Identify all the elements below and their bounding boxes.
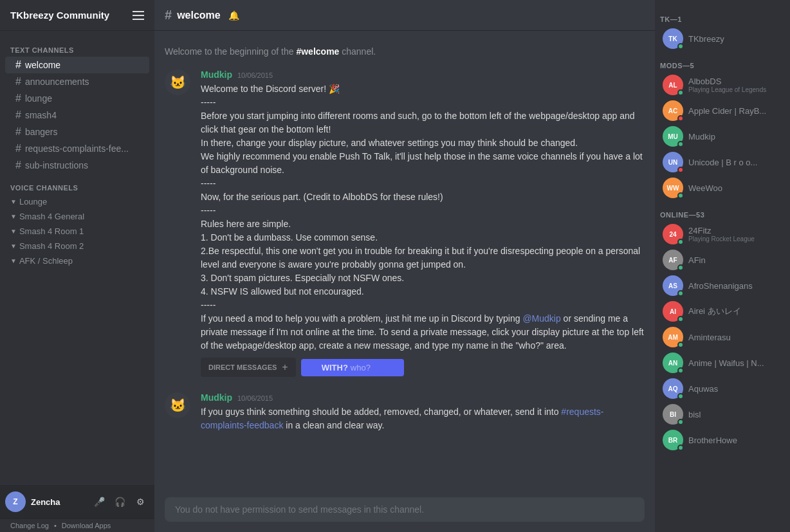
member-name: 24Fitz (688, 226, 782, 235)
username: Zencha (31, 497, 85, 507)
member-name: Unicode | B r o o... (688, 158, 782, 167)
member-item[interactable]: AMAminterasu (657, 324, 787, 350)
status-dot (677, 239, 684, 245)
member-item[interactable]: ASAfroShenanigans (657, 273, 787, 298)
member-item[interactable]: WWWeeWoo (657, 175, 787, 201)
message-content: Mudkip 10/06/2015 Welcome to the Discord… (201, 69, 645, 377)
member-item[interactable]: 2424FitzPlaying Rocket League (657, 221, 787, 247)
member-avatar: AF (663, 250, 683, 270)
channel-item-announcements[interactable]: #announcements (5, 73, 149, 90)
mute-button[interactable]: 🎤 (90, 493, 108, 511)
channel-item-bangers[interactable]: #bangers (5, 124, 149, 140)
user-info: Zencha (31, 497, 85, 507)
member-subtext: Playing Rocket League (688, 235, 782, 243)
member-item[interactable]: ANAnime | Waifus | N... (657, 350, 787, 376)
message-timestamp: 10/06/2015 (237, 71, 273, 79)
member-item[interactable]: TKTKbreezy (657, 26, 787, 51)
status-dot (677, 393, 684, 399)
channel-item-welcome[interactable]: #welcome (5, 57, 149, 73)
member-avatar: AQ (663, 378, 683, 399)
server-name: TKbreezy Community (10, 10, 109, 21)
tk-section-label: TK—1 (655, 10, 790, 26)
status-dot (677, 192, 684, 199)
user-actions: 🎤 🎧 ⚙ (90, 493, 149, 511)
channel-start-bold: #welcome (296, 46, 339, 57)
member-item[interactable]: ACApple Cider | RayB... (657, 98, 787, 124)
bell-icon[interactable]: 🔔 (228, 10, 239, 21)
user-bar: Z Zencha 🎤 🎧 ⚙ (0, 485, 154, 518)
channel-start-message: Welcome to the beginning of the #welcome… (154, 41, 655, 67)
online-section-label: ONLINE—53 (655, 206, 790, 221)
status-dot (677, 167, 684, 173)
member-name: Apple Cider | RayB... (688, 106, 782, 116)
chat-header: # welcome 🔔 (154, 0, 655, 31)
message-avatar: 🐱 (165, 392, 190, 418)
channel-list: Text Channels #welcome#announcements#lou… (0, 31, 154, 485)
member-avatar: AS (663, 275, 683, 296)
voice-channel-lounge[interactable]: ▼Lounge (5, 194, 149, 209)
message-header: Mudkip 10/06/2015 (201, 392, 645, 403)
member-name: Aminterasu (688, 333, 782, 342)
member-avatar: AN (663, 353, 683, 373)
channel-link-requests[interactable]: #requests-complaints-feedback (201, 407, 604, 430)
member-item[interactable]: MUMudkip (657, 124, 787, 149)
chat-area: # welcome 🔔 Welcome to the beginning of … (154, 0, 655, 532)
status-dot (677, 316, 684, 322)
dm-label: DIRECT MESSAGES (208, 363, 277, 371)
deafen-button[interactable]: 🎧 (111, 493, 129, 511)
user-avatar: Z (5, 491, 26, 512)
voice-channel-smash-4-room-2[interactable]: ▼Smash 4 Room 2 (5, 239, 149, 253)
message-text: If you guys think something should be ad… (201, 405, 645, 432)
message-avatar: 🐱 (165, 69, 190, 95)
settings-button[interactable]: ⚙ (131, 493, 149, 511)
status-dot (677, 290, 684, 297)
member-avatar: BI (663, 404, 683, 425)
channel-item-smash4[interactable]: #smash4 (5, 107, 149, 124)
mods-section-label: MODS—5 (655, 57, 790, 72)
chat-input-area (154, 487, 655, 532)
member-avatar: AC (663, 100, 683, 121)
mention-mudkip[interactable]: @Mudkip (522, 313, 560, 324)
member-item[interactable]: BRBrotherHowe (657, 427, 787, 453)
member-subtext: Playing League of Legends (688, 86, 782, 93)
status-dot (677, 43, 684, 50)
member-avatar: AL (663, 75, 683, 95)
member-name: BrotherHowe (688, 436, 782, 445)
member-item[interactable]: AFAFin (657, 247, 787, 273)
voice-channel-afk-/-schleep[interactable]: ▼AFK / Schleep (5, 253, 149, 268)
member-name: Aquwas (688, 384, 782, 394)
member-item[interactable]: ALAlbobDSPlaying League of Legends (657, 72, 787, 98)
dm-who-label: who? (351, 363, 371, 372)
member-item[interactable]: BIbisl (657, 401, 787, 427)
message-content: Mudkip 10/06/2015 If you guys think some… (201, 392, 645, 432)
message-header: Mudkip 10/06/2015 (201, 69, 645, 80)
server-sidebar: TKbreezy Community Text Channels #welcom… (0, 0, 154, 532)
dm-plus-button[interactable]: + (282, 362, 288, 373)
hamburger-icon[interactable] (133, 11, 144, 20)
member-item[interactable]: AIAirei あいレイ (657, 298, 787, 324)
voice-channels-label: Voice Channels (0, 174, 154, 194)
voice-channel-smash-4-general[interactable]: ▼Smash 4 General (5, 209, 149, 224)
status-dot (677, 89, 684, 96)
dm-with-label: WITH? (322, 363, 348, 372)
member-name: Mudkip (688, 132, 782, 142)
member-item[interactable]: AQAquwas (657, 376, 787, 401)
text-channels-label: Text Channels (0, 36, 154, 57)
channel-header-title: welcome (177, 10, 221, 21)
member-name: Anime | Waifus | N... (688, 358, 782, 368)
status-dot (677, 367, 684, 374)
changelog-link[interactable]: Change Log (10, 522, 49, 529)
channel-item-requests-complaints-fee...[interactable]: #requests-complaints-fee... (5, 140, 149, 157)
status-dot (677, 419, 684, 425)
channel-item-lounge[interactable]: #lounge (5, 90, 149, 107)
member-name: Airei あいレイ (688, 306, 782, 317)
download-apps-link[interactable]: Download Apps (62, 522, 111, 529)
member-item[interactable]: UNUnicode | B r o o... (657, 149, 787, 175)
chat-input[interactable] (165, 497, 645, 522)
server-header[interactable]: TKbreezy Community (0, 0, 154, 31)
member-avatar: WW (663, 178, 683, 198)
channel-item-sub-instructions[interactable]: #sub-instructions (5, 157, 149, 174)
message-author: Mudkip (201, 69, 232, 80)
member-avatar: AM (663, 327, 683, 347)
voice-channel-smash-4-room-1[interactable]: ▼Smash 4 Room 1 (5, 224, 149, 239)
